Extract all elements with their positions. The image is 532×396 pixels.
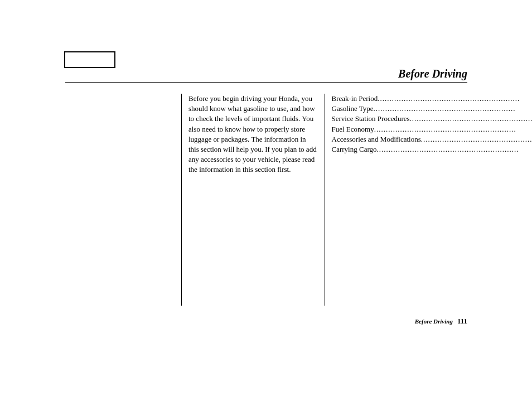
toc-dot-leader [377,144,533,154]
toc-entry-label: Break-in Period [332,94,378,104]
page-header: Before Driving [65,68,467,83]
toc-entry[interactable]: Accessories and Modifications117 [332,134,533,144]
toc-entry[interactable]: Break-in Period112 [332,94,533,104]
toc-dot-leader [421,134,532,144]
toc-entry-label: Carrying Cargo [332,144,377,154]
intro-paragraph: Before you begin driving your Honda, you… [188,94,318,175]
main-tab-box [64,51,115,68]
toc-entry-label: Accessories and Modifications [332,134,421,144]
section-title: Before Driving [65,68,467,80]
toc-entry-label: Fuel Economy [332,124,374,134]
content-columns: Before you begin driving your Honda, you… [181,94,467,306]
toc-dot-leader [374,124,532,134]
toc-entry-label: Service Station Procedures [332,114,410,124]
toc-entry[interactable]: Gasoline Type112 [332,104,533,114]
toc-entry[interactable]: Fuel Economy116 [332,124,533,134]
toc-dot-leader [378,94,532,104]
toc-entry[interactable]: Service Station Procedures113 [332,114,533,124]
footer-page-number: 111 [457,317,467,325]
toc-column: Break-in Period112Gasoline Type112Servic… [325,94,533,306]
toc-entry-label: Gasoline Type [332,104,374,114]
toc-entry[interactable]: Carrying Cargo119 [332,144,533,154]
toc-dot-leader [374,104,532,114]
toc-dot-leader [410,114,532,124]
intro-column: Before you begin driving your Honda, you… [181,94,325,306]
page-footer: Before Driving111 [415,317,467,326]
manual-page: Before Driving Before you begin driving … [0,0,532,396]
footer-section-name: Before Driving [415,318,457,325]
